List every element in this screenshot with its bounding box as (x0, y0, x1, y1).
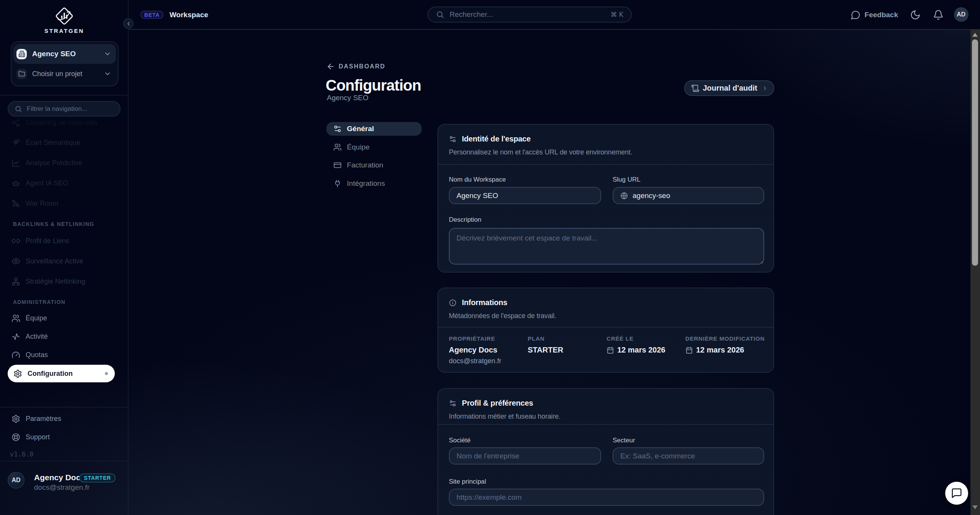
card-divider (438, 164, 773, 165)
chevron-down-icon (104, 70, 111, 78)
plug-icon (333, 179, 342, 188)
user-email: docs@stratgen.fr (34, 483, 90, 492)
chevron-left-icon (126, 21, 132, 27)
sidebar-item-parametres[interactable]: Paramètres (0, 409, 128, 428)
scrollbar-up-arrow[interactable] (972, 33, 978, 37)
sidebar-item-strategie-netlinking: Stratégie Netlinking (0, 271, 127, 292)
card-informations-subtitle: Métadonnées de l'espace de travail. (449, 312, 556, 320)
chevron-right-icon (762, 85, 768, 91)
sliders-icon (333, 125, 342, 133)
info-icon (449, 299, 457, 307)
sidebar-group: Clustering de mots-clésÉcart SémantiqueA… (0, 117, 127, 214)
project-selector[interactable]: Choisir un projet (13, 64, 116, 84)
eye-icon (11, 257, 20, 266)
activity-icon (11, 332, 20, 341)
back-link[interactable]: DASHBOARD (326, 62, 385, 71)
subnav-tab-facturation[interactable]: Facturation (326, 158, 422, 172)
feedback-button[interactable]: Feedback (851, 0, 898, 30)
subnav-tab-equipe[interactable]: Équipe (326, 140, 422, 154)
sidebar: STRATGEN Agency SEO Choisir un projet Cl… (0, 0, 129, 515)
subnav-tab-general[interactable]: Général (326, 122, 422, 136)
info-sub: docs@stratgen.fr (449, 357, 528, 365)
info-value: 12 mars 2026 (607, 346, 685, 354)
workspace-selector-current[interactable]: Agency SEO (13, 44, 116, 64)
page-scrollbar[interactable] (970, 30, 980, 515)
sparkles-icon (11, 138, 20, 147)
site-input[interactable] (457, 493, 757, 502)
info-label: PROPRIÉTAIRE (449, 335, 528, 342)
sidebar-item-ecart-semantique: Écart Sémantique (0, 133, 127, 153)
sidebar-item-war-room: War Room (0, 193, 127, 214)
sidebar-item-support[interactable]: Support (0, 428, 128, 446)
sidebar-nav: Clustering de mots-clésÉcart SémantiqueA… (0, 117, 127, 406)
chat-widget-button[interactable] (945, 482, 968, 505)
company-label: Société (449, 437, 471, 444)
cluster-icon (11, 118, 20, 127)
sidebar-item-clustering-de-mots-cles: Clustering de mots-clés (0, 117, 127, 133)
gauge-icon (11, 351, 20, 359)
topbar-avatar[interactable]: AD (954, 7, 969, 22)
project-placeholder: Choisir un projet (32, 70, 98, 78)
search-shortcut: ⌘ K (610, 11, 623, 18)
page-subtitle: Agency SEO (327, 94, 369, 102)
card-profile-subtitle: Informations métier et fuseau horaire. (449, 413, 561, 421)
card-profile: Profil & préférences Informations métier… (437, 388, 774, 515)
sliders-icon (449, 135, 457, 143)
workspace-name-input[interactable] (457, 192, 594, 200)
sidebar-filter[interactable] (8, 101, 121, 117)
brand-name: STRATGEN (44, 28, 84, 34)
calendar-icon (685, 346, 693, 354)
scrollbar-thumb[interactable] (972, 39, 978, 266)
settings-subnav: GénéralÉquipeFacturationIntégrations (326, 122, 422, 195)
arrow-left-icon (326, 62, 335, 71)
card-divider (438, 327, 773, 328)
sliders-icon (449, 400, 457, 407)
calendar-icon (607, 346, 614, 354)
info-value: STARTER (528, 346, 607, 354)
sidebar-item-analyse-predictive: Analyse Prédictive (0, 153, 127, 173)
info-label: DERNIÈRE MODIFICATION (685, 335, 764, 342)
sidebar-item-quotas[interactable]: Quotas (0, 346, 127, 364)
slug-url-input[interactable] (633, 192, 757, 200)
info-label: PLAN (528, 335, 607, 342)
sidebar-footer-nav: ParamètresSupport (0, 409, 128, 446)
subnav-tab-integrations[interactable]: Intégrations (326, 177, 422, 190)
global-search[interactable]: ⌘ K (427, 6, 632, 23)
theme-toggle-moon-icon[interactable] (910, 10, 921, 20)
chart-icon (11, 159, 20, 167)
workspace-icon (16, 49, 27, 59)
description-textarea[interactable] (449, 228, 764, 265)
sector-label: Secteur (613, 437, 635, 444)
sidebar-item-activite[interactable]: Activité (0, 327, 127, 346)
info-column: DERNIÈRE MODIFICATION12 mars 2026 (685, 335, 764, 365)
user-name: Agency Docs (34, 473, 85, 482)
user-avatar: AD (8, 472, 24, 489)
sidebar-item-equipe[interactable]: Équipe (0, 309, 127, 327)
info-grid: PROPRIÉTAIREAgency Docsdocs@stratgen.frP… (449, 335, 763, 365)
company-input[interactable] (457, 452, 594, 460)
app-root: STRATGEN Agency SEO Choisir un projet Cl… (0, 0, 980, 515)
sidebar-user-card[interactable]: AD Agency Docs docs@stratgen.fr STARTER (0, 461, 128, 515)
page-title: Configuration (326, 73, 421, 93)
lifebuoy-icon (11, 433, 20, 442)
sidebar-item-configuration[interactable]: Configuration (8, 365, 115, 382)
slug-url-label: Slug URL (613, 176, 641, 184)
gear-icon (11, 414, 20, 423)
search-icon (436, 10, 444, 19)
global-search-input[interactable] (450, 10, 605, 19)
scrollbar-down-arrow[interactable] (972, 505, 978, 509)
notifications-bell-icon[interactable] (933, 10, 944, 20)
bot-icon (11, 179, 20, 188)
sidebar-item-surveillance-active: Surveillance Active (0, 251, 127, 271)
sidebar-filter-input[interactable] (27, 105, 114, 113)
workspace-name-field (449, 187, 601, 204)
gear-icon (13, 369, 22, 378)
site-label: Site principal (449, 478, 486, 486)
card-informations-header: Informations (449, 298, 507, 307)
sector-input[interactable] (620, 452, 757, 460)
link-icon (11, 237, 20, 245)
sector-field (613, 447, 764, 465)
users-icon (333, 143, 342, 151)
audit-log-button[interactable]: Journal d'audit (684, 80, 774, 96)
info-column: PROPRIÉTAIREAgency Docsdocs@stratgen.fr (449, 335, 528, 365)
